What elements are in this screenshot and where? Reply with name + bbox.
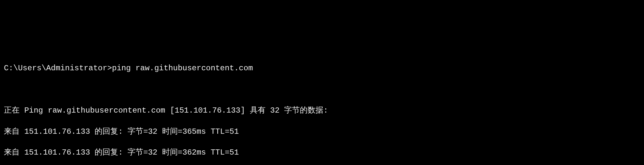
terminal-output: C:\Users\Administrator>ping raw.githubus… bbox=[0, 53, 644, 165]
pinging-line: 正在 Ping raw.githubusercontent.com [151.1… bbox=[4, 105, 643, 116]
reply-line: 来自 151.101.76.133 的回复: 字节=32 时间=362ms TT… bbox=[4, 147, 643, 158]
command-prompt-line: C:\Users\Administrator>ping raw.githubus… bbox=[4, 63, 643, 74]
blank-line bbox=[4, 84, 643, 95]
reply-line: 来自 151.101.76.133 的回复: 字节=32 时间=365ms TT… bbox=[4, 127, 643, 137]
